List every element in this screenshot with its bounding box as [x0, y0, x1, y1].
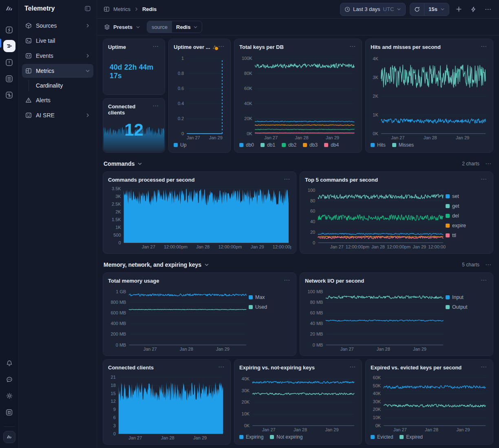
legend-item[interactable]: db0 [239, 142, 254, 148]
sidebar-item-events[interactable]: Events [22, 49, 93, 63]
sidebar-item-aisre[interactable]: AI SRE [22, 108, 93, 122]
chart-menu-button[interactable]: ⋯ [283, 278, 291, 283]
rail-alerts-button[interactable] [3, 56, 15, 68]
svg-text:1K: 1K [115, 225, 121, 230]
legend-item[interactable]: Evicted [371, 434, 393, 440]
chart-canvas[interactable]: 0K10K20K30K40KJan 27Jan 28Jan 29 [239, 371, 357, 433]
sidebar-item-livetail[interactable]: Live tail [22, 34, 93, 48]
legend-item[interactable]: db1 [261, 142, 275, 148]
quick-actions-zap-icon[interactable] [468, 4, 479, 15]
chart-menu-button[interactable]: ⋯ [349, 44, 357, 49]
chart-menu-button[interactable]: ⋯ [152, 44, 160, 49]
svg-text:10K: 10K [242, 411, 250, 416]
chart-menu-button[interactable]: ⋯ [480, 365, 488, 369]
time-range-picker[interactable]: Last 3 days UTC [340, 3, 406, 16]
chart-menu-button[interactable]: ⋯ [152, 103, 160, 108]
legend-item[interactable]: Input [446, 294, 488, 300]
sidebar-collapse-icon[interactable] [84, 5, 91, 12]
svg-text:0K: 0K [244, 423, 250, 428]
chart-title: Network I/O per second [305, 278, 364, 284]
legend-item[interactable]: get [446, 203, 488, 209]
chart-canvas[interactable]: 0K10K20K30K40K50K60KJan 27Jan 28Jan 29 [371, 371, 488, 433]
sidebar-item-cardinality[interactable]: Cardinality [22, 79, 93, 92]
svg-text:60K: 60K [244, 86, 252, 91]
chart-menu-button[interactable]: ⋯ [480, 177, 488, 182]
legend-item[interactable]: Max [249, 294, 291, 300]
more-options-button[interactable]: ⋯ [483, 4, 493, 15]
commands-processed-card: Commands processed per second ⋯ 05001K1.… [103, 171, 296, 254]
chevron-right-icon [85, 23, 90, 28]
refresh-interval-picker[interactable]: 15s [410, 3, 449, 16]
chart-menu-button[interactable]: ⋯ [283, 177, 291, 182]
svg-text:1 GB: 1 GB [116, 289, 126, 294]
svg-text:800 MB: 800 MB [110, 300, 126, 305]
legend-item[interactable]: set [446, 193, 488, 199]
chart-menu-button[interactable]: ⋯ [480, 278, 488, 283]
chart-canvas[interactable]: 036912151821Jan 27Jan 28Jan 29 [108, 371, 225, 441]
legend-item[interactable]: db3 [303, 142, 318, 148]
legend-item[interactable]: ttl [446, 233, 488, 238]
svg-text:Jan 28: Jan 28 [294, 427, 307, 432]
svg-text:200 MB: 200 MB [110, 332, 126, 336]
breadcrumb-section[interactable]: Metrics [113, 6, 130, 12]
warning-icon[interactable]: ⚠ [213, 44, 217, 50]
theme-sun-icon[interactable] [3, 390, 15, 402]
org-avatar[interactable] [3, 431, 15, 443]
chevron-down-icon [85, 68, 90, 73]
svg-text:20: 20 [310, 230, 315, 235]
legend-swatch [392, 143, 396, 147]
legend-item[interactable]: Expired [400, 434, 423, 440]
memory-section-toggle[interactable]: Memory, network, and expiring keys [104, 261, 209, 268]
sidebar-item-label: Live tail [36, 37, 55, 44]
chart-canvas[interactable]: 020406080100Jan 2712:00:00pmJan 2812:00:… [305, 183, 446, 250]
sidebar-item-sources[interactable]: Sources [22, 19, 93, 33]
shortcuts-command-icon[interactable] [3, 406, 15, 418]
chart-menu-button[interactable]: ⋯ [480, 44, 488, 49]
chart-canvas[interactable]: 05001K1.5K2K2.5K3K3.5KJan 2712:00:00pmJa… [108, 183, 291, 250]
sidebar-item-alerts[interactable]: Alerts [22, 93, 93, 107]
chart-title: Expired vs. evicted keys per second [371, 365, 461, 371]
svg-text:Jan 29: Jan 29 [456, 135, 469, 140]
legend-swatch [282, 143, 286, 147]
rail-logs-button[interactable] [3, 72, 15, 85]
legend-item[interactable]: Not expiring [270, 434, 302, 440]
legend-swatch [446, 214, 450, 218]
chart-canvas[interactable]: 0 MB20 MB40 MB60 MB80 MB100 MBJan 27Jan … [305, 284, 446, 352]
chart-canvas[interactable]: 0K1K2K3K4KJan 27Jan 28Jan 29 [371, 50, 488, 141]
rail-flows-button[interactable] [3, 24, 15, 36]
legend-label: db2 [288, 142, 296, 148]
legend-item[interactable]: Misses [392, 142, 414, 148]
add-chart-button[interactable] [453, 4, 464, 15]
legend-item[interactable]: Expiring [239, 434, 263, 440]
svg-text:0: 0 [113, 431, 116, 436]
legend-item[interactable]: Up [174, 142, 186, 148]
legend-item[interactable]: Used [249, 304, 291, 310]
notifications-bell-icon[interactable] [3, 357, 15, 369]
source-filter-chip[interactable]: source Redis [147, 21, 202, 33]
chart-canvas[interactable]: 0K20K40K60K80K100KJan 27Jan 28Jan 29 [239, 50, 357, 141]
chart-legend: ExpiringNot expiring [239, 433, 357, 441]
svg-text:0.6: 0.6 [178, 86, 184, 91]
feedback-chat-icon[interactable] [3, 373, 15, 386]
section-menu-button[interactable]: ⋯ [484, 161, 492, 166]
sidebar-item-metrics[interactable]: Metrics [22, 64, 93, 78]
chart-menu-button[interactable]: ⋯ [349, 365, 357, 369]
svg-text:40K: 40K [244, 101, 252, 106]
legend-item[interactable]: expire [446, 223, 488, 228]
legend-swatch [446, 305, 450, 309]
legend-item[interactable]: db2 [282, 142, 296, 148]
presets-dropdown[interactable]: Presets [104, 24, 140, 30]
chart-canvas[interactable]: 0 MB200 MB400 MB600 MB800 MB1 GBJan 27Ja… [108, 284, 249, 352]
svg-text:Jan 29: Jan 29 [413, 244, 426, 249]
legend-item[interactable]: db4 [324, 142, 339, 148]
chart-menu-button[interactable]: ⋯ [217, 365, 225, 369]
legend-item[interactable]: Hits [371, 142, 386, 148]
section-menu-button[interactable]: ⋯ [484, 262, 492, 267]
commands-section-toggle[interactable]: Commands [104, 160, 142, 167]
legend-item[interactable]: Output [446, 304, 488, 310]
legend-item[interactable]: del [446, 213, 488, 219]
rail-metrics-button[interactable] [3, 89, 15, 101]
svg-text:0: 0 [313, 240, 315, 245]
rail-livetail-button[interactable] [3, 40, 15, 52]
chart-canvas[interactable]: 00.20.40.60.81Jan 27Jan 29 [174, 50, 225, 141]
